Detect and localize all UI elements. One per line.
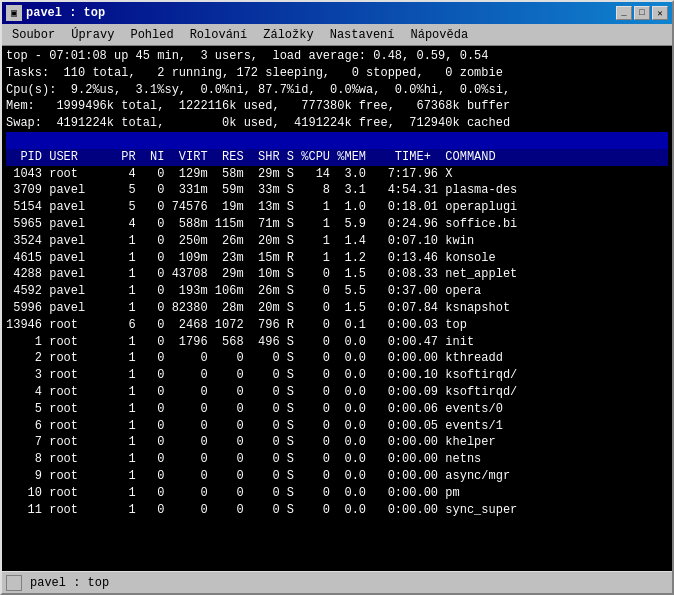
terminal-line: 3709 pavel 5 0 331m 59m 33m S 8 3.1 4:54… <box>6 182 668 199</box>
terminal-line: 4288 pavel 1 0 43708 29m 10m S 0 1.5 0:0… <box>6 266 668 283</box>
menu-item-soubor[interactable]: Soubor <box>4 26 63 44</box>
terminal-line: Cpu(s): 9.2%us, 3.1%sy, 0.0%ni, 87.7%id,… <box>6 82 668 99</box>
menu-item-úpravy[interactable]: Úpravy <box>63 26 122 44</box>
terminal-line: 3 root 1 0 0 0 0 S 0 0.0 0:00.10 ksoftir… <box>6 367 668 384</box>
terminal-line: 4615 pavel 1 0 109m 23m 15m R 1 1.2 0:13… <box>6 250 668 267</box>
terminal-line: 1043 root 4 0 129m 58m 29m S 14 3.0 7:17… <box>6 166 668 183</box>
terminal-line: 5 root 1 0 0 0 0 S 0 0.0 0:00.06 events/… <box>6 401 668 418</box>
title-bar-left: ▣ pavel : top <box>6 5 105 21</box>
close-button[interactable]: ✕ <box>652 6 668 20</box>
terminal-line: 11 root 1 0 0 0 0 S 0 0.0 0:00.00 sync_s… <box>6 502 668 519</box>
title-buttons: _ □ ✕ <box>616 6 668 20</box>
terminal-line: 4 root 1 0 0 0 0 S 0 0.0 0:00.09 ksoftir… <box>6 384 668 401</box>
menu-item-nápověda[interactable]: Nápověda <box>403 26 477 44</box>
terminal-line: 10 root 1 0 0 0 0 S 0 0.0 0:00.00 pm <box>6 485 668 502</box>
menu-item-pohled[interactable]: Pohled <box>122 26 181 44</box>
terminal-line: 5965 pavel 4 0 588m 115m 71m S 1 5.9 0:2… <box>6 216 668 233</box>
terminal-line <box>6 132 668 149</box>
maximize-button[interactable]: □ <box>634 6 650 20</box>
terminal-line: Tasks: 110 total, 2 running, 172 sleepin… <box>6 65 668 82</box>
terminal-line: PID USER PR NI VIRT RES SHR S %CPU %MEM … <box>6 149 668 166</box>
terminal-line: 3524 pavel 1 0 250m 26m 20m S 1 1.4 0:07… <box>6 233 668 250</box>
terminal-line: 8 root 1 0 0 0 0 S 0 0.0 0:00.00 netns <box>6 451 668 468</box>
terminal-line: 4592 pavel 1 0 193m 106m 26m S 0 5.5 0:3… <box>6 283 668 300</box>
main-window: ▣ pavel : top _ □ ✕ SouborÚpravyPohledRo… <box>0 0 674 595</box>
terminal-line: Swap: 4191224k total, 0k used, 4191224k … <box>6 115 668 132</box>
terminal-line: top - 07:01:08 up 45 min, 3 users, load … <box>6 48 668 65</box>
terminal-content[interactable]: top - 07:01:08 up 45 min, 3 users, load … <box>2 46 672 571</box>
terminal-line: Mem: 1999496k total, 1222116k used, 7773… <box>6 98 668 115</box>
menu-item-rolování[interactable]: Rolování <box>182 26 256 44</box>
minimize-button[interactable]: _ <box>616 6 632 20</box>
terminal-line: 9 root 1 0 0 0 0 S 0 0.0 0:00.00 async/m… <box>6 468 668 485</box>
terminal-line: 5154 pavel 5 0 74576 19m 13m S 1 1.0 0:1… <box>6 199 668 216</box>
window-icon: ▣ <box>6 5 22 21</box>
terminal-line: 13946 root 6 0 2468 1072 796 R 0 0.1 0:0… <box>6 317 668 334</box>
menu-item-záložky[interactable]: Záložky <box>255 26 321 44</box>
terminal-line: 5996 pavel 1 0 82380 28m 20m S 0 1.5 0:0… <box>6 300 668 317</box>
menu-bar: SouborÚpravyPohledRolováníZáložkyNastave… <box>2 24 672 46</box>
status-bar: pavel : top <box>2 571 672 593</box>
terminal-line: 1 root 1 0 1796 568 496 S 0 0.0 0:00.47 … <box>6 334 668 351</box>
terminal-line: 6 root 1 0 0 0 0 S 0 0.0 0:00.05 events/… <box>6 418 668 435</box>
window-title: pavel : top <box>26 6 105 20</box>
title-bar: ▣ pavel : top _ □ ✕ <box>2 2 672 24</box>
terminal-line: 7 root 1 0 0 0 0 S 0 0.0 0:00.00 khelper <box>6 434 668 451</box>
status-icon <box>6 575 22 591</box>
status-text: pavel : top <box>30 576 109 590</box>
menu-item-nastavení[interactable]: Nastavení <box>322 26 403 44</box>
terminal-line: 2 root 1 0 0 0 0 S 0 0.0 0:00.00 kthread… <box>6 350 668 367</box>
